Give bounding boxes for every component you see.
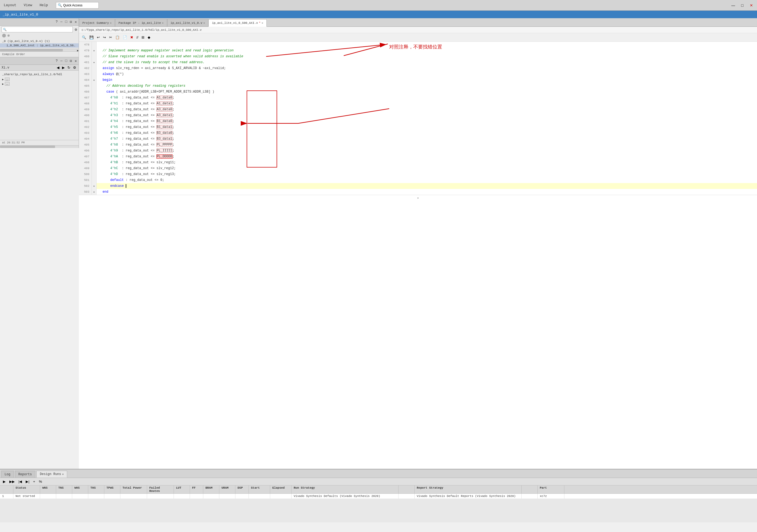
restore-icon[interactable]: □ xyxy=(65,19,68,24)
tab-close-package-ip[interactable]: ✕ xyxy=(162,21,164,25)
gear-icon[interactable]: ⚙ xyxy=(75,27,77,32)
minimize-icon[interactable]: — xyxy=(60,19,63,24)
close-panel-icon[interactable]: ✕ xyxy=(74,19,77,24)
save-btn[interactable]: 💾 xyxy=(88,34,95,41)
add-btn[interactable]: + xyxy=(32,479,37,485)
quick-access-input[interactable] xyxy=(63,4,97,7)
bottom-table-row: 1 Not started Vivado Synthesis Defaults … xyxy=(0,494,757,499)
row-tns xyxy=(56,494,72,499)
copy-btn[interactable]: 📋 xyxy=(114,34,121,41)
line-num: 495 xyxy=(79,142,92,148)
tab-s00-axi[interactable]: ip_axi_lite_v1_0_S00_AXI.v * ✕ xyxy=(208,19,267,27)
run-all-btn[interactable]: ▶▶ xyxy=(8,479,16,485)
breakpoint xyxy=(92,171,97,177)
undo-btn[interactable]: ↩ xyxy=(96,34,101,41)
sources-search-input[interactable] xyxy=(7,27,72,32)
file-expand-icon: ▶ xyxy=(2,78,4,81)
tab-design-runs-close[interactable]: ✕ xyxy=(62,473,64,476)
breakpoint xyxy=(92,53,97,59)
status-indicator xyxy=(2,34,6,38)
run-btn[interactable]: ▶ xyxy=(2,479,7,485)
view-menu[interactable]: View xyxy=(22,3,34,8)
delete-btn[interactable]: ✖ xyxy=(129,34,135,41)
tab-package-ip[interactable]: Package IP - ip_axi_lite ✕ xyxy=(115,19,167,26)
line-num: 484 xyxy=(79,77,92,83)
paste-btn[interactable]: 📄 xyxy=(121,34,128,41)
minimize-button[interactable]: — xyxy=(730,2,737,9)
col-elapsed: Elapsed xyxy=(270,485,291,493)
row-name: 1 xyxy=(0,494,14,499)
row-report-strategy: Vivado Synthesis Default Reports (Vivado… xyxy=(415,494,522,499)
cut-btn[interactable]: ✂ xyxy=(108,34,113,41)
breakpoint: ◆ xyxy=(92,189,97,195)
grid-btn[interactable]: ⊞ xyxy=(140,34,146,41)
code-text: 4'h9 : reg_data_out <= PL_IIIII; xyxy=(97,148,757,154)
line-num: 486 xyxy=(79,89,92,95)
redo-btn[interactable]: ↪ xyxy=(102,34,107,41)
code-line-495: 495 4'h8 : reg_data_out <= PL_PPPPP; xyxy=(79,142,757,148)
code-text: 4'hB : reg_data_out <= slv_reg11; xyxy=(97,160,757,165)
diamond-btn[interactable]: ◆ xyxy=(146,34,152,41)
row-dsp xyxy=(235,494,249,499)
col-spacer2 xyxy=(522,485,538,493)
tab-design-runs-label: Design Runs xyxy=(40,472,61,476)
comment-btn[interactable]: // xyxy=(135,34,140,41)
line-num: 501 xyxy=(79,177,92,183)
row-uram xyxy=(219,494,235,499)
quick-access-box[interactable]: 🔍 xyxy=(56,2,99,9)
layout-menu[interactable]: Layout xyxy=(2,3,18,8)
back-button[interactable]: ◀ xyxy=(56,65,60,70)
file-browse-btn-2[interactable]: ... xyxy=(5,82,10,86)
tab-log[interactable]: Log xyxy=(1,471,14,478)
next-btn[interactable]: ▶| xyxy=(24,479,30,485)
line-num: 485 xyxy=(79,83,92,89)
minimize-icon-2[interactable]: — xyxy=(60,59,63,63)
breakpoint xyxy=(92,118,97,124)
tab-close-s00-axi[interactable]: ✕ xyxy=(261,21,263,25)
code-content[interactable]: 对照注释，不要找错位置 xyxy=(79,42,757,469)
tab-reports[interactable]: Reports xyxy=(15,471,35,478)
row-part: xc7z xyxy=(538,494,564,499)
breakpoint xyxy=(92,89,97,95)
sources-list: _0 (ip_axi_lite_v1_0.v) (1) i_0_S00_AXI_… xyxy=(0,38,79,49)
close-panel-icon-2[interactable]: ✕ xyxy=(74,59,77,63)
maximize-icon-2[interactable]: ⊡ xyxy=(69,59,73,63)
code-text: case ( axi_araddr[ADDR_LSB+OPT_MEM_ADDR_… xyxy=(97,89,757,95)
breakpoint xyxy=(92,83,97,89)
col-report-strategy: Report Strategy xyxy=(415,485,522,493)
tab-label-package-ip: Package IP - ip_axi_lite xyxy=(118,21,161,25)
breakpoint xyxy=(92,101,97,107)
refresh-button[interactable]: ↻ xyxy=(67,65,71,70)
col-lut: LUT xyxy=(174,485,190,493)
col-total-power: Total Power xyxy=(120,485,147,493)
tab-design-runs[interactable]: Design Runs ✕ xyxy=(36,471,67,478)
breakpoint xyxy=(92,154,97,160)
question-icon-2[interactable]: ? xyxy=(55,59,59,63)
help-menu[interactable]: Help xyxy=(38,3,49,8)
file-browse-btn-1[interactable]: ... xyxy=(5,78,10,81)
code-text: 4'hA : reg_data_out <= PL_DDDDD; xyxy=(97,154,757,160)
forward-button[interactable]: ▶ xyxy=(61,65,66,70)
percent-btn[interactable]: % xyxy=(38,479,43,485)
maximize-icon[interactable]: ⊡ xyxy=(69,19,73,24)
code-line-485: 485 // Address decoding for reading regi… xyxy=(79,83,757,89)
gear-icon-2[interactable]: ⚙ xyxy=(72,65,77,70)
tab-project-summary[interactable]: Project Summary ✕ xyxy=(79,19,115,26)
row-wns xyxy=(40,494,56,499)
line-num: 491 xyxy=(79,118,92,124)
code-text: 4'h3 : reg_data_out <= A3_data1; xyxy=(97,112,757,118)
sources-item-selected[interactable]: i_0_S00_AXI_inst : ip_axi_lite_v1_0_S00_… xyxy=(0,43,79,47)
sources-item[interactable]: _0 (ip_axi_lite_v1_0.v) (1) xyxy=(0,39,79,43)
search-btn[interactable]: 🔍 xyxy=(80,34,87,41)
restore-icon-2[interactable]: □ xyxy=(65,59,68,63)
maximize-button[interactable]: □ xyxy=(739,2,746,9)
tab-close-v1-0[interactable]: ✕ xyxy=(203,21,205,25)
prev-btn[interactable]: |◀ xyxy=(17,479,23,485)
tab-close-project-summary[interactable]: ✕ xyxy=(110,21,111,25)
bottom-tabs: Log Reports Design Runs ✕ xyxy=(0,469,757,478)
close-button[interactable]: ✕ xyxy=(748,2,755,9)
tab-v1-0[interactable]: ip_axi_lite_v1_0.v ✕ xyxy=(167,19,209,26)
line-num: 481 xyxy=(79,59,92,65)
question-icon[interactable]: ? xyxy=(55,19,59,24)
line-num: 496 xyxy=(79,148,92,154)
